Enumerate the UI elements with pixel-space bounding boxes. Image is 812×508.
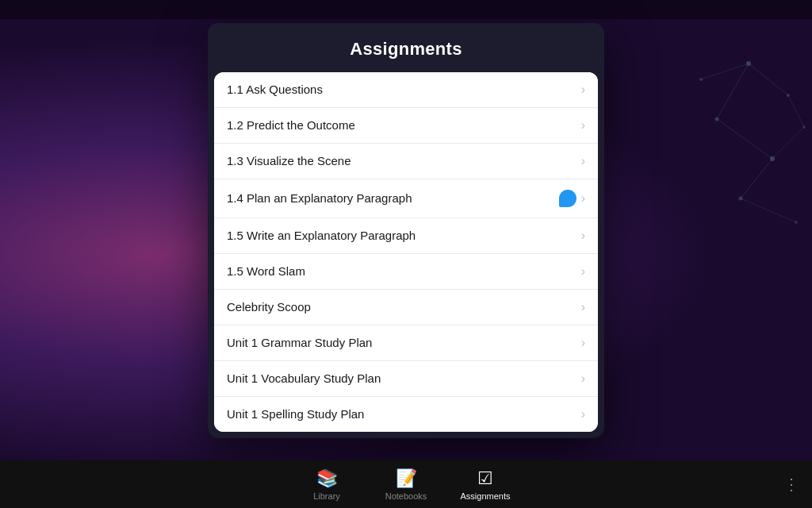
library-icon: 📚 [316, 468, 338, 489]
more-button[interactable]: ⋮ [783, 475, 799, 494]
list-item-6[interactable]: 1.5 Word Slam› [214, 254, 598, 290]
chevron-icon-2: › [581, 118, 585, 133]
list-item-2[interactable]: 1.2 Predict the Outcome› [214, 108, 598, 144]
list-item-8[interactable]: Unit 1 Grammar Study Plan› [214, 325, 598, 361]
main-content: Assignments 1.1 Ask Questions›1.2 Predic… [0, 0, 812, 508]
list-item-text-5: 1.5 Write an Explanatory Paragraph [227, 229, 416, 242]
modal-title: Assignments [227, 39, 585, 60]
nav-item-library[interactable]: 📚 Library [287, 460, 366, 508]
chevron-icon-4: › [581, 191, 585, 206]
chat-bubble-icon [559, 190, 576, 207]
assignments-icon: ☑ [477, 468, 493, 489]
chevron-icon-10: › [581, 407, 585, 421]
list-item-right-1: › [581, 83, 585, 97]
list-item-1[interactable]: 1.1 Ask Questions› [214, 72, 598, 108]
list-item-text-2: 1.2 Predict the Outcome [227, 118, 355, 132]
list-item-text-9: Unit 1 Vocabulary Study Plan [227, 371, 381, 385]
assignments-modal: Assignments 1.1 Ask Questions›1.2 Predic… [208, 23, 604, 438]
library-label: Library [313, 491, 340, 501]
chevron-icon-7: › [581, 300, 585, 314]
assignments-list: 1.1 Ask Questions›1.2 Predict the Outcom… [214, 72, 598, 432]
list-item-text-8: Unit 1 Grammar Study Plan [227, 336, 372, 349]
list-item-right-4: › [559, 190, 585, 207]
chevron-icon-6: › [581, 264, 585, 279]
notebooks-icon: 📝 [396, 468, 417, 489]
list-item-3[interactable]: 1.3 Visualize the Scene› [214, 144, 598, 179]
list-item-right-10: › [581, 407, 585, 421]
list-item-right-9: › [581, 371, 585, 386]
chevron-icon-3: › [581, 154, 585, 168]
list-item-10[interactable]: Unit 1 Spelling Study Plan› [214, 397, 598, 432]
chevron-icon-8: › [581, 336, 585, 350]
nav-item-notebooks[interactable]: 📝 Notebooks [366, 460, 446, 508]
list-item-text-1: 1.1 Ask Questions [227, 83, 323, 96]
notebooks-label: Notebooks [385, 491, 427, 501]
list-item-right-6: › [581, 264, 585, 279]
list-item-5[interactable]: 1.5 Write an Explanatory Paragraph› [214, 218, 598, 254]
list-item-7[interactable]: Celebrity Scoop› [214, 290, 598, 325]
list-item-9[interactable]: Unit 1 Vocabulary Study Plan› [214, 361, 598, 397]
list-item-right-3: › [581, 154, 585, 168]
list-item-text-3: 1.3 Visualize the Scene [227, 154, 351, 167]
assignments-label: Assignments [461, 491, 511, 501]
nav-item-assignments[interactable]: ☑ Assignments [446, 460, 525, 508]
list-item-right-8: › [581, 336, 585, 350]
status-bar [0, 0, 812, 19]
list-item-4[interactable]: 1.4 Plan an Explanatory Paragraph› [214, 179, 598, 218]
chevron-icon-1: › [581, 83, 585, 97]
list-item-text-10: Unit 1 Spelling Study Plan [227, 407, 364, 421]
list-item-right-7: › [581, 300, 585, 314]
list-item-right-2: › [581, 118, 585, 133]
bottom-navigation: 📚 Library 📝 Notebooks ☑ Assignments ⋮ [0, 460, 812, 508]
list-item-text-7: Celebrity Scoop [227, 300, 311, 314]
list-item-right-5: › [581, 229, 585, 243]
list-item-text-4: 1.4 Plan an Explanatory Paragraph [227, 191, 412, 205]
list-item-text-6: 1.5 Word Slam [227, 264, 305, 278]
modal-header: Assignments [208, 23, 604, 72]
chevron-icon-9: › [581, 371, 585, 386]
chevron-icon-5: › [581, 229, 585, 243]
